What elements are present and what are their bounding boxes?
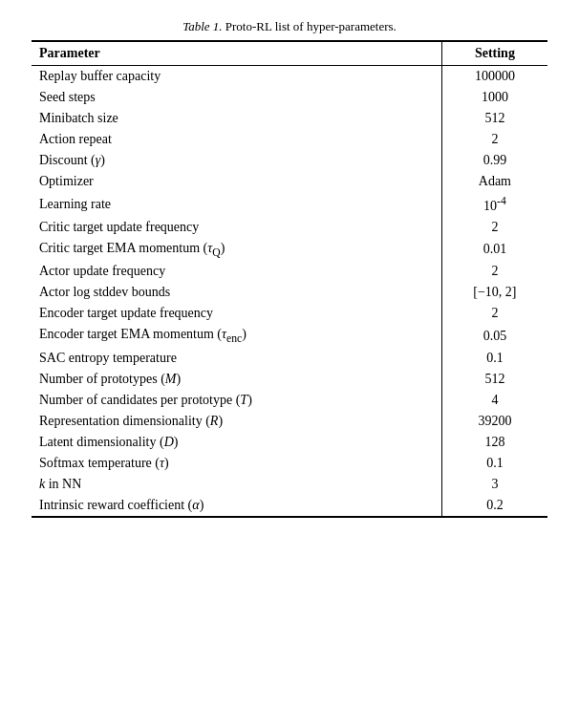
table-row: Discount (γ)0.99	[32, 150, 547, 171]
setting-cell: 100000	[441, 66, 547, 88]
param-cell: Actor update frequency	[32, 261, 441, 282]
setting-cell: 128	[441, 432, 547, 453]
table-row: Seed steps1000	[32, 87, 547, 108]
param-cell: Representation dimensionality (R)	[32, 411, 441, 432]
setting-cell: 0.1	[441, 348, 547, 369]
setting-cell: 512	[441, 369, 547, 390]
setting-cell: 0.2	[441, 495, 547, 517]
table-caption: Table 1. Proto-RL list of hyper-paramete…	[182, 19, 397, 34]
setting-cell: 2	[441, 261, 547, 282]
table-row: Encoder target update frequency2	[32, 303, 547, 324]
table-row: Critic target EMA momentum (τQ)0.01	[32, 238, 547, 262]
caption-label: Table 1.	[182, 19, 222, 33]
table-row: Minibatch size512	[32, 108, 547, 129]
table-row: Number of candidates per prototype (T)4	[32, 390, 547, 411]
table-row: Action repeat2	[32, 129, 547, 150]
setting-cell: 39200	[441, 411, 547, 432]
param-cell: Actor log stddev bounds	[32, 282, 441, 303]
setting-cell: 512	[441, 108, 547, 129]
table-row: Representation dimensionality (R)39200	[32, 411, 547, 432]
table-row: Intrinsic reward coefficient (α)0.2	[32, 495, 547, 517]
table-row: OptimizerAdam	[32, 171, 547, 192]
param-cell: Softmax temperature (τ)	[32, 453, 441, 474]
setting-cell: [−10, 2]	[441, 282, 547, 303]
setting-cell: 2	[441, 217, 547, 238]
setting-cell: 0.01	[441, 238, 547, 262]
setting-cell: 3	[441, 474, 547, 495]
param-cell: Number of candidates per prototype (T)	[32, 390, 441, 411]
setting-header: Setting	[441, 41, 547, 66]
setting-cell: 2	[441, 303, 547, 324]
param-cell: Intrinsic reward coefficient (α)	[32, 495, 441, 517]
param-cell: Critic target update frequency	[32, 217, 441, 238]
table-row: Actor log stddev bounds[−10, 2]	[32, 282, 547, 303]
setting-cell: 1000	[441, 87, 547, 108]
setting-cell: 0.99	[441, 150, 547, 171]
setting-cell: Adam	[441, 171, 547, 192]
caption-text: Proto-RL list of hyper-parameters.	[225, 19, 397, 33]
param-cell: Learning rate	[32, 192, 441, 217]
param-cell: Encoder target EMA momentum (τenc)	[32, 324, 441, 348]
table-row: k in NN3	[32, 474, 547, 495]
setting-cell: 10-4	[441, 192, 547, 217]
hyper-parameters-table: Parameter Setting Replay buffer capacity…	[32, 40, 547, 518]
table-row: Encoder target EMA momentum (τenc)0.05	[32, 324, 547, 348]
table-header-row: Parameter Setting	[32, 41, 547, 66]
table-row: SAC entropy temperature0.1	[32, 348, 547, 369]
param-cell: Latent dimensionality (D)	[32, 432, 441, 453]
setting-cell: 2	[441, 129, 547, 150]
table-row: Critic target update frequency2	[32, 217, 547, 238]
setting-cell: 0.05	[441, 324, 547, 348]
table-row: Latent dimensionality (D)128	[32, 432, 547, 453]
setting-cell: 0.1	[441, 453, 547, 474]
table-row: Number of prototypes (M)512	[32, 369, 547, 390]
param-header: Parameter	[32, 41, 441, 66]
table-row: Softmax temperature (τ)0.1	[32, 453, 547, 474]
page-container: Table 1. Proto-RL list of hyper-paramete…	[0, 0, 579, 728]
param-cell: Optimizer	[32, 171, 441, 192]
param-cell: Replay buffer capacity	[32, 66, 441, 88]
param-cell: SAC entropy temperature	[32, 348, 441, 369]
param-cell: Seed steps	[32, 87, 441, 108]
param-cell: Encoder target update frequency	[32, 303, 441, 324]
param-cell: Number of prototypes (M)	[32, 369, 441, 390]
param-cell: Discount (γ)	[32, 150, 441, 171]
table-row: Learning rate10-4	[32, 192, 547, 217]
param-cell: Action repeat	[32, 129, 441, 150]
table-row: Replay buffer capacity100000	[32, 66, 547, 88]
setting-cell: 4	[441, 390, 547, 411]
table-row: Actor update frequency2	[32, 261, 547, 282]
param-cell: Minibatch size	[32, 108, 441, 129]
param-cell: Critic target EMA momentum (τQ)	[32, 238, 441, 262]
param-cell: k in NN	[32, 474, 441, 495]
